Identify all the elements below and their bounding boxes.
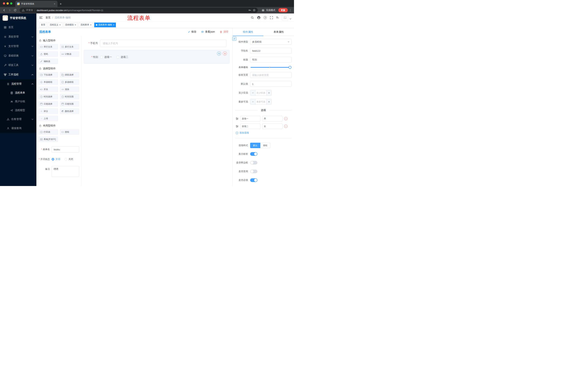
- component-select[interactable]: 下拉选择: [39, 72, 58, 77]
- default-value-input[interactable]: [250, 81, 292, 87]
- style-button-button[interactable]: 按钮: [260, 143, 270, 148]
- component-color-picker[interactable]: 颜色选择: [60, 108, 79, 114]
- sidebar-item-process-form[interactable]: 流程表单: [0, 88, 36, 97]
- breadcrumb-home[interactable]: 首页: [45, 16, 51, 19]
- tag-close-icon[interactable]: ×: [113, 24, 115, 26]
- link-icon[interactable]: [232, 37, 236, 41]
- sidebar-item-devtools[interactable]: 研发工具: [0, 60, 36, 70]
- required-switch[interactable]: [250, 178, 257, 182]
- avatar[interactable]: [282, 15, 288, 21]
- component-switch[interactable]: 开关: [39, 87, 58, 92]
- component-table[interactable]: 表格[开发中]: [39, 137, 58, 142]
- sidebar-item-leave-query[interactable]: 请假查询: [0, 124, 36, 133]
- avatar-dropdown-icon[interactable]: [290, 18, 292, 20]
- view-json-button[interactable]: 查看json: [201, 30, 215, 33]
- browser-menu-icon[interactable]: ⋮: [289, 9, 292, 12]
- decrease-button[interactable]: −: [250, 99, 255, 105]
- component-date-range[interactable]: 日期范围: [60, 101, 79, 107]
- disabled-switch[interactable]: [250, 170, 257, 173]
- reload-button[interactable]: [13, 8, 18, 12]
- help-icon[interactable]: ?: [264, 16, 267, 19]
- component-rate[interactable]: ☆评分: [39, 108, 58, 114]
- minimize-window-button[interactable]: [7, 2, 9, 5]
- tag-home[interactable]: 首页: [39, 22, 47, 27]
- clear-button[interactable]: 清空: [220, 30, 229, 33]
- new-tab-button[interactable]: +: [60, 2, 62, 6]
- component-multi-line-text[interactable]: 多行文本: [60, 44, 79, 50]
- style-default-button[interactable]: 默认: [250, 143, 260, 148]
- sidebar-collapse-icon[interactable]: [39, 17, 42, 19]
- title-input[interactable]: [250, 57, 292, 63]
- sidebar-item-infra[interactable]: 基础设施: [0, 51, 36, 60]
- remove-option-button[interactable]: −: [284, 125, 287, 128]
- tab-close-icon[interactable]: ×: [53, 2, 56, 5]
- component-password[interactable]: 密码: [39, 51, 58, 57]
- component-slider[interactable]: 滑块: [60, 87, 79, 92]
- component-date-picker[interactable]: 日期选择: [39, 101, 58, 107]
- font-size-icon[interactable]: TT: [276, 16, 279, 19]
- component-time-picker[interactable]: 时间选择: [39, 94, 58, 99]
- decrease-button[interactable]: −: [250, 90, 255, 96]
- component-cascader[interactable]: 级联选择: [60, 72, 79, 77]
- bookmark-star-icon[interactable]: [253, 9, 256, 12]
- address-bar[interactable]: 不安全 | dashboard.yudao.iocoder.cn/bpm/man…: [20, 8, 258, 13]
- gender-option-2-checkbox[interactable]: 选项二: [117, 55, 128, 59]
- zoom-window-button[interactable]: [10, 2, 12, 5]
- drag-handle-icon[interactable]: [236, 117, 239, 120]
- component-single-line-text[interactable]: 单行文本: [39, 44, 58, 50]
- increase-button[interactable]: +: [266, 99, 272, 105]
- form-remark-textarea[interactable]: 嘿嘿: [52, 166, 79, 177]
- label-width-input[interactable]: [250, 72, 292, 78]
- slider-handle[interactable]: [289, 66, 292, 69]
- tag-close-icon[interactable]: ×: [59, 24, 61, 26]
- close-window-button[interactable]: [3, 2, 5, 5]
- tag-process-form[interactable]: 流程表单×: [79, 22, 93, 27]
- component-button[interactable]: 按钮: [60, 129, 79, 135]
- tag-process-model[interactable]: 流程模型×: [63, 22, 78, 27]
- max-select-value[interactable]: 最多可选: [255, 99, 266, 105]
- forward-button[interactable]: [7, 8, 12, 12]
- gender-option-1-checkbox[interactable]: 选项一: [100, 55, 112, 59]
- form-name-input[interactable]: [52, 146, 79, 152]
- option-label-input[interactable]: [240, 116, 261, 121]
- password-key-icon[interactable]: [248, 9, 251, 12]
- option-label-input[interactable]: [240, 124, 261, 129]
- delete-field-button[interactable]: [223, 52, 227, 55]
- sidebar-item-payment[interactable]: ¥ 支付管理: [0, 42, 36, 51]
- show-label-switch[interactable]: [250, 152, 257, 156]
- increase-button[interactable]: +: [266, 90, 272, 96]
- sidebar-item-user-group[interactable]: 用户分组: [0, 97, 36, 106]
- sidebar-item-process-mgmt[interactable]: 流程管理: [0, 79, 36, 88]
- component-type-select[interactable]: 多选框组: [250, 39, 292, 45]
- browser-tab[interactable]: 芋道管理系统 ×: [15, 1, 57, 7]
- component-row-container[interactable]: 行容器: [39, 129, 58, 135]
- status-on-radio[interactable]: 开启: [52, 158, 60, 161]
- grid-slider[interactable]: [251, 67, 290, 68]
- tab-form-props[interactable]: 表单属性: [263, 28, 294, 36]
- save-button[interactable]: ✓ 保存: [188, 30, 197, 33]
- option-value-input[interactable]: [262, 124, 283, 129]
- sidebar-item-system[interactable]: 系统管理: [0, 32, 36, 42]
- option-value-input[interactable]: [262, 116, 283, 121]
- tab-component-props[interactable]: 组件属性: [233, 28, 263, 36]
- component-radio-group[interactable]: 单选框组: [39, 79, 58, 85]
- search-icon[interactable]: [251, 16, 254, 19]
- component-editor[interactable]: 编辑器: [39, 59, 58, 64]
- field-gender-selected[interactable]: 性别 选项一 选项二: [84, 50, 230, 64]
- sidebar-item-workflow[interactable]: 工作流程: [0, 70, 36, 79]
- github-icon[interactable]: [257, 16, 261, 19]
- field-name-input[interactable]: [250, 48, 292, 54]
- fullscreen-icon[interactable]: [270, 16, 273, 19]
- drag-handle-icon[interactable]: [236, 125, 239, 128]
- sidebar-item-task-mgmt[interactable]: 任务管理: [0, 115, 36, 124]
- back-button[interactable]: [2, 8, 7, 12]
- component-upload[interactable]: ↑上传: [39, 116, 58, 121]
- add-option-button[interactable]: + 添加选项: [236, 131, 292, 135]
- status-off-radio[interactable]: 关闭: [64, 158, 73, 161]
- sidebar-item-process-model[interactable]: 流程模型: [0, 106, 36, 115]
- component-counter[interactable]: 123计数器: [60, 51, 79, 57]
- tag-close-icon[interactable]: ×: [75, 24, 76, 26]
- sidebar-item-home[interactable]: 首页: [0, 22, 36, 32]
- tag-close-icon[interactable]: ×: [90, 24, 92, 26]
- app-logo-row[interactable]: 芋道管理系统: [0, 13, 36, 22]
